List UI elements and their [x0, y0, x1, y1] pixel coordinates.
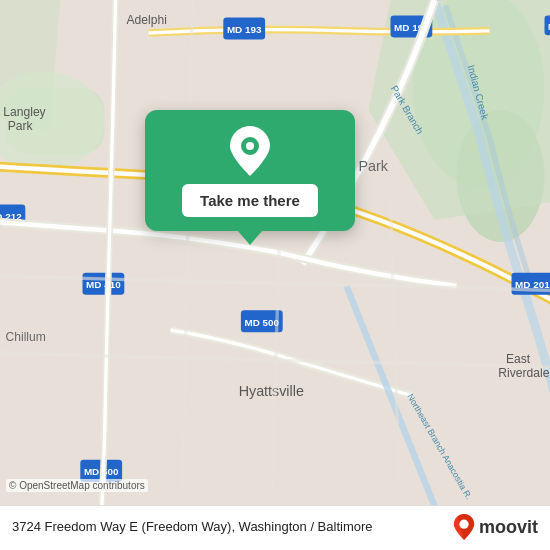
map-container: MD 193 MD 193 MD 19 MD 410 MD 212 MD 500… [0, 0, 550, 550]
address-label: 3724 Freedom Way E (Freedom Way), Washin… [12, 518, 443, 536]
svg-text:Langley: Langley [3, 105, 46, 119]
svg-point-37 [459, 520, 468, 529]
svg-text:MD 193: MD 193 [227, 24, 262, 35]
svg-text:Hyattsville: Hyattsville [239, 383, 304, 399]
svg-text:Park: Park [8, 119, 34, 133]
moovit-pin-icon [453, 514, 475, 540]
moovit-brand-label: moovit [479, 517, 538, 538]
moovit-logo: moovit [453, 514, 538, 540]
map-background: MD 193 MD 193 MD 19 MD 410 MD 212 MD 500… [0, 0, 550, 550]
svg-point-36 [246, 142, 254, 150]
svg-text:Adelphi: Adelphi [127, 13, 167, 27]
pin-marker-icon [230, 126, 270, 176]
svg-text:East: East [506, 352, 531, 366]
svg-text:Chillum: Chillum [5, 330, 45, 344]
bottom-info-bar: 3724 Freedom Way E (Freedom Way), Washin… [0, 505, 550, 550]
map-attribution: © OpenStreetMap contributors [6, 479, 148, 492]
svg-text:MD 500: MD 500 [244, 317, 279, 328]
location-popup: Take me there [145, 110, 355, 231]
take-me-there-button[interactable]: Take me there [182, 184, 318, 217]
